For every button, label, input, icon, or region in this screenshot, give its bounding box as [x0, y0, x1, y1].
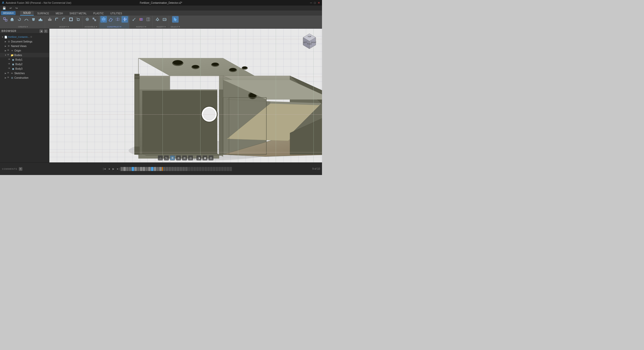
- timeline-item-41[interactable]: [229, 167, 232, 171]
- tree-bodies[interactable]: ▼ 👁 📁 Bodies: [0, 53, 49, 57]
- nav-home-btn[interactable]: ⌂: [158, 155, 163, 160]
- nav-zoom-btn[interactable]: ⊕: [176, 155, 181, 160]
- shell-btn[interactable]: [68, 16, 74, 23]
- tree-sketches[interactable]: ▶ 👁 ✏ Sketches: [0, 71, 49, 75]
- nav-look-at-btn[interactable]: ◎: [188, 155, 193, 160]
- timeline-play-btn[interactable]: ▶: [111, 167, 115, 171]
- timeline-item-11[interactable]: [148, 167, 151, 171]
- fillet-btn[interactable]: [54, 16, 60, 23]
- close-btn[interactable]: ✕: [318, 1, 320, 5]
- timeline-item-6[interactable]: [134, 167, 137, 171]
- nav-orbit-btn[interactable]: ↻: [164, 155, 169, 160]
- timeline-item-28[interactable]: [193, 167, 196, 171]
- new-component-btn[interactable]: [2, 16, 9, 23]
- tree-root-item[interactable]: ▼ 📄 Fertilizer_Contamin... ⚙: [0, 35, 49, 39]
- timeline-item-17[interactable]: [163, 167, 166, 171]
- timeline-item-5[interactable]: [132, 167, 134, 171]
- timeline-item-36[interactable]: [216, 167, 218, 171]
- timeline-item-19[interactable]: [169, 167, 171, 171]
- timeline-item-40[interactable]: [227, 167, 229, 171]
- revolve-btn[interactable]: [16, 16, 23, 23]
- tree-body3[interactable]: 👁 ◼ Body3: [0, 66, 49, 71]
- timeline-item-12[interactable]: [151, 167, 153, 171]
- timeline-item-8[interactable]: [140, 167, 142, 171]
- joint-btn[interactable]: [84, 16, 91, 23]
- timeline-item-34[interactable]: [210, 167, 213, 171]
- timeline-item-21[interactable]: [174, 167, 177, 171]
- timeline-item-3[interactable]: [126, 167, 129, 171]
- tab-plastic[interactable]: PLASTIC: [90, 11, 107, 16]
- restore-btn[interactable]: □: [314, 1, 316, 4]
- timeline-item-7[interactable]: [137, 167, 140, 171]
- viewcube[interactable]: TOP RIGHT LEFT Front: [301, 32, 318, 50]
- extrude-btn[interactable]: [9, 16, 16, 23]
- press-pull-btn[interactable]: [47, 16, 53, 23]
- nav-display-mode-btn[interactable]: ◑: [196, 155, 202, 160]
- timeline-item-31[interactable]: [202, 167, 204, 171]
- nav-pan-btn[interactable]: ✥: [170, 155, 175, 160]
- timeline-item-22[interactable]: [177, 167, 179, 171]
- nav-zoom-fit-btn[interactable]: ⊞: [182, 155, 187, 160]
- nav-visual-style-btn[interactable]: ▣: [203, 155, 208, 160]
- timeline-item-10[interactable]: [145, 167, 148, 171]
- menu-undo[interactable]: ↩: [8, 6, 13, 10]
- timeline-item-18[interactable]: [166, 167, 168, 171]
- section-analysis-btn[interactable]: [145, 16, 151, 23]
- tree-construction[interactable]: ▶ 👁 ⊞ Construction: [0, 75, 49, 80]
- timeline-item-13[interactable]: [154, 167, 156, 171]
- design-dropdown-btn[interactable]: DESIGN ▾: [1, 11, 16, 15]
- insert-mesh-btn[interactable]: [154, 16, 161, 23]
- timeline-item-37[interactable]: [218, 167, 221, 171]
- tab-mesh[interactable]: MESH: [53, 11, 66, 16]
- viewport[interactable]: TOP RIGHT LEFT Front: [49, 29, 322, 162]
- timeline-item-25[interactable]: [185, 167, 188, 171]
- timeline-item-33[interactable]: [207, 167, 210, 171]
- tree-body1[interactable]: 👁 ◼ Body1: [0, 57, 49, 62]
- timeline-item-39[interactable]: [224, 167, 226, 171]
- tree-origin[interactable]: ▶ 👁 ✦ Origin: [0, 48, 49, 53]
- plane-at-angle-btn[interactable]: [107, 16, 114, 23]
- timeline-item-23[interactable]: [180, 167, 182, 171]
- timeline-item-2[interactable]: [123, 167, 126, 171]
- chamfer-btn[interactable]: [61, 16, 67, 23]
- timeline-item-14[interactable]: [156, 167, 159, 171]
- midplane-btn[interactable]: [114, 16, 121, 23]
- measure-btn[interactable]: [131, 16, 137, 23]
- browser-collapse-btn[interactable]: ◂: [39, 29, 43, 33]
- tab-utilities[interactable]: UTILITIES: [107, 11, 125, 16]
- timeline-start-btn[interactable]: |◄: [102, 167, 106, 171]
- timeline-item-26[interactable]: [188, 167, 190, 171]
- tree-named-views[interactable]: ▶ 👁 Named Views: [0, 44, 49, 48]
- timeline-item-16[interactable]: [162, 167, 163, 171]
- sweep-btn[interactable]: [23, 16, 30, 23]
- rigid-group-btn[interactable]: [91, 16, 98, 23]
- timeline-item-1[interactable]: [120, 167, 123, 171]
- axis-btn[interactable]: [122, 16, 128, 23]
- timeline-item-20[interactable]: [171, 167, 174, 171]
- interference-btn[interactable]: [138, 16, 144, 23]
- rib-btn[interactable]: [37, 16, 44, 23]
- timeline-item-38[interactable]: [221, 167, 224, 171]
- offset-plane-btn[interactable]: [100, 16, 107, 23]
- timeline-next-btn[interactable]: ►|: [116, 167, 120, 171]
- tab-surface[interactable]: SURFACE: [34, 11, 52, 16]
- nav-grid-btn[interactable]: ⊟: [209, 155, 214, 160]
- timeline-item-29[interactable]: [196, 167, 199, 171]
- insert-svg-btn[interactable]: SVG: [161, 16, 168, 23]
- minimize-btn[interactable]: ─: [310, 1, 312, 4]
- scale-btn[interactable]: [75, 16, 81, 23]
- menu-save[interactable]: 💾: [1, 6, 8, 10]
- timeline-item-35[interactable]: [213, 167, 215, 171]
- timeline-item-24[interactable]: [182, 167, 185, 171]
- tab-sheetmetal[interactable]: SHEET METAL: [66, 11, 90, 16]
- timeline-item-4[interactable]: [129, 167, 131, 171]
- browser-expand-btn[interactable]: +: [44, 29, 48, 33]
- tree-document-settings[interactable]: ▶ ⚙ Document Settings: [0, 39, 49, 44]
- menu-redo[interactable]: ↪: [14, 6, 19, 10]
- tab-solid[interactable]: SOLID: [20, 11, 34, 16]
- timeline-prev-btn[interactable]: ◄: [107, 167, 111, 171]
- timeline-item-32[interactable]: [205, 167, 207, 171]
- select-btn[interactable]: [172, 16, 179, 23]
- timeline-item-27[interactable]: [191, 167, 193, 171]
- comments-expand-btn[interactable]: +: [19, 167, 22, 171]
